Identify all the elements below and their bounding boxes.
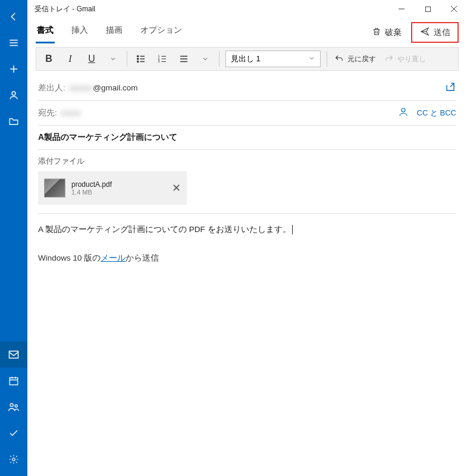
body-text: A 製品のマーケティング計画についての PDF をお送りいたします。 bbox=[38, 225, 291, 234]
subject-row bbox=[38, 126, 456, 150]
discard-button[interactable]: 破棄 bbox=[365, 23, 409, 42]
text-cursor bbox=[292, 225, 293, 234]
from-value-domain: @gmail.com bbox=[93, 83, 137, 92]
attachment-section: 添付ファイル productA.pdf 1.4 MB ✕ bbox=[27, 150, 467, 205]
italic-button[interactable]: I bbox=[60, 49, 80, 69]
to-value-hidden: xxxxx bbox=[61, 108, 81, 117]
from-value-hidden: xxxxxx bbox=[69, 83, 93, 92]
toolbar-separator bbox=[127, 51, 127, 67]
attachment-size: 1.4 MB bbox=[71, 189, 112, 196]
signature-suffix: から送信 bbox=[126, 253, 159, 262]
cc-bcc-button[interactable]: CC と BCC bbox=[417, 108, 456, 118]
svg-text:3: 3 bbox=[158, 60, 160, 63]
signature-prefix: Windows 10 版の bbox=[38, 253, 101, 262]
attachment-name: productA.pdf bbox=[71, 180, 112, 189]
compose-pane: 受信トレイ - Gmail 書式 挿入 描画 オプション bbox=[27, 0, 467, 476]
align-button[interactable] bbox=[174, 49, 194, 69]
paragraph-more-button[interactable] bbox=[195, 49, 215, 69]
svg-rect-6 bbox=[425, 7, 430, 11]
popout-icon[interactable] bbox=[444, 82, 456, 94]
svg-point-7 bbox=[137, 55, 139, 57]
redo-label: やり直し bbox=[397, 54, 426, 64]
back-button[interactable] bbox=[0, 4, 27, 30]
svg-rect-2 bbox=[10, 378, 18, 385]
to-label: 宛先: bbox=[38, 108, 57, 118]
send-button[interactable]: 送信 bbox=[411, 22, 459, 43]
accounts-button[interactable] bbox=[0, 82, 27, 108]
header-fields: 差出人: xxxxxx @gmail.com 宛先: xxxxx CC と BC… bbox=[27, 71, 467, 150]
numbered-list-button[interactable]: 123 bbox=[152, 49, 173, 69]
svg-rect-1 bbox=[10, 351, 18, 358]
underline-button[interactable]: U bbox=[82, 49, 102, 69]
svg-point-8 bbox=[137, 58, 139, 60]
menu-button[interactable] bbox=[0, 30, 27, 56]
format-toolbar: B I U 123 見出し 1 元に戻す bbox=[36, 47, 459, 71]
style-select-value: 見出し 1 bbox=[231, 54, 261, 64]
calendar-nav-button[interactable] bbox=[0, 368, 27, 394]
bold-button[interactable]: B bbox=[39, 49, 59, 69]
discard-label: 破棄 bbox=[385, 27, 402, 38]
tab-insert[interactable]: 挿入 bbox=[70, 21, 89, 43]
attachment-card[interactable]: productA.pdf 1.4 MB ✕ bbox=[38, 171, 187, 205]
ribbon-tabs: 書式 挿入 描画 オプション bbox=[36, 21, 183, 43]
toolbar-separator bbox=[219, 51, 220, 67]
todo-nav-button[interactable] bbox=[0, 420, 27, 446]
send-icon bbox=[419, 27, 430, 38]
signature-link[interactable]: メール bbox=[101, 253, 126, 262]
subject-input[interactable] bbox=[38, 131, 456, 143]
from-row: 差出人: xxxxxx @gmail.com bbox=[38, 76, 456, 101]
app-rail bbox=[0, 0, 27, 476]
remove-attachment-button[interactable]: ✕ bbox=[172, 181, 181, 195]
svg-point-4 bbox=[15, 405, 17, 407]
chevron-down-icon bbox=[308, 55, 315, 64]
from-label: 差出人: bbox=[38, 83, 65, 93]
new-mail-button[interactable] bbox=[0, 56, 27, 82]
attachment-section-label: 添付ファイル bbox=[38, 156, 456, 167]
mail-nav-button[interactable] bbox=[0, 342, 27, 368]
trash-icon bbox=[372, 26, 381, 39]
people-nav-button[interactable] bbox=[0, 394, 27, 420]
tab-draw[interactable]: 描画 bbox=[105, 21, 124, 43]
maximize-button[interactable] bbox=[415, 0, 441, 18]
to-row[interactable]: 宛先: xxxxx CC と BCC bbox=[38, 101, 456, 126]
redo-button[interactable]: やり直し bbox=[381, 54, 430, 64]
window-title: 受信トレイ - Gmail bbox=[35, 4, 95, 14]
tab-options[interactable]: オプション bbox=[139, 21, 183, 43]
undo-label: 元に戻す bbox=[347, 54, 376, 64]
tab-format[interactable]: 書式 bbox=[36, 21, 55, 43]
settings-nav-button[interactable] bbox=[0, 446, 27, 472]
bullet-list-button[interactable] bbox=[131, 49, 151, 69]
svg-point-9 bbox=[137, 61, 139, 62]
font-more-button[interactable] bbox=[103, 49, 123, 69]
close-button[interactable] bbox=[441, 0, 467, 18]
svg-point-5 bbox=[12, 458, 15, 461]
send-label: 送信 bbox=[434, 27, 450, 38]
contacts-icon[interactable] bbox=[398, 107, 409, 119]
folders-button[interactable] bbox=[0, 108, 27, 134]
svg-point-13 bbox=[402, 108, 405, 112]
ribbon: 書式 挿入 描画 オプション 破棄 送信 bbox=[27, 18, 467, 43]
style-select[interactable]: 見出し 1 bbox=[225, 51, 321, 67]
svg-point-3 bbox=[10, 403, 13, 406]
signature: Windows 10 版のメールから送信 bbox=[38, 250, 456, 266]
minimize-button[interactable] bbox=[388, 0, 415, 18]
svg-point-0 bbox=[12, 92, 15, 95]
attachment-thumbnail bbox=[44, 178, 65, 198]
titlebar: 受信トレイ - Gmail bbox=[27, 0, 467, 18]
message-body[interactable]: A 製品のマーケティング計画についての PDF をお送りいたします。 Windo… bbox=[27, 214, 467, 274]
toolbar-separator bbox=[327, 51, 327, 67]
undo-button[interactable]: 元に戻す bbox=[331, 54, 380, 64]
